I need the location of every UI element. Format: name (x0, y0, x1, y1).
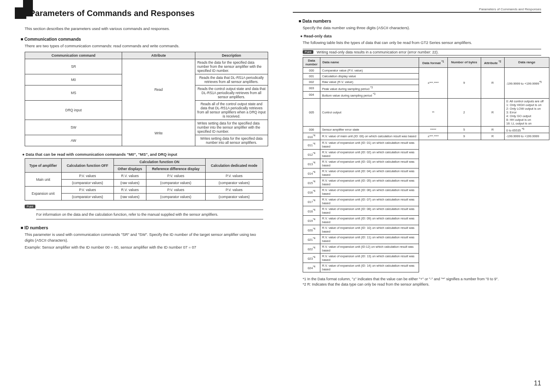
table-row: 000 Comparator value (P.V. value) ±***.*… (303, 67, 549, 73)
intro-text: This section describes the parameters us… (25, 26, 263, 31)
footnote-1: *1 In the Data format column, "±" indica… (303, 277, 541, 282)
point-note-text: Writing read-only data results in a comm… (317, 50, 438, 54)
header-tab (23, 0, 33, 16)
table-row: 013*4R.V. value of expansion unit (ID: 0… (303, 159, 549, 168)
amplifier-type-table: Type of amplifier Calculation function O… (25, 158, 263, 201)
table-row: 017*4R.V. value of expansion unit (ID: 0… (303, 196, 549, 206)
th-other: Other displays (114, 166, 146, 173)
table-row: 018*4R.V. value of expansion unit (ID: 0… (303, 206, 549, 215)
table-row: 016*4R.V. value of expansion unit (ID: 0… (303, 187, 549, 196)
th-command: Communication command (25, 52, 122, 59)
table-row: 015*4R.V. value of expansion unit (ID: 0… (303, 178, 549, 187)
comm-intro: There are two types of communication com… (25, 43, 263, 48)
th-range: Data range (505, 57, 549, 67)
table-row: 021*4R.V. value of expansion unit (ID: 1… (303, 234, 549, 244)
table-row: 011*4R.V. value of expansion unit (ID: 0… (303, 140, 549, 149)
data-number-table: Data number Data name Data format *1 Num… (303, 57, 549, 272)
th-calc-on: Calculation function ON (114, 159, 205, 166)
table-row: SW Write Writes setting data for the spe… (25, 120, 268, 135)
id-paragraph-2: Example: Sensor amplifier with the ID nu… (25, 244, 263, 250)
page-title: Parameters of Commands and Responses (30, 9, 195, 18)
table-row: 022*4R.V. value of expansion unit (ID:12… (303, 244, 549, 253)
th-data-format: Data format *1 (419, 57, 448, 67)
data-numbers-intro: Specify the data number using three digi… (303, 25, 541, 30)
table-row: 023*4R.V. value of expansion unit (ID: 1… (303, 253, 549, 263)
footnote-2: *2 R: Indicates that the data type can o… (303, 282, 541, 288)
communication-commands-table: Communication command Attribute Descript… (25, 52, 268, 146)
sub-read-only: Read-only data (300, 34, 541, 38)
point-note-row: Point Writing read-only data results in … (303, 49, 541, 55)
point-badge: Point (303, 50, 313, 54)
page-number: 11 (534, 380, 541, 387)
table-row: 014*4R.V. value of expansion unit (ID: 0… (303, 168, 549, 178)
th-reference: Reference difference display (146, 166, 206, 173)
section-data-numbers: Data numbers (299, 18, 541, 23)
table-row: 006 Sensor amplifier error state ***** 5… (303, 126, 549, 133)
th-attribute: Attribute (122, 52, 195, 59)
table-row: 010*4 R.V. value of main unit (ID: 00) o… (303, 133, 549, 140)
read-only-intro: The following table lists the types of d… (303, 40, 541, 45)
th-description: Description (195, 52, 268, 59)
point-note: For information on the data and the calc… (36, 210, 263, 219)
th-bytes: Number of bytes (447, 57, 481, 67)
table-row: 012*4R.V. value of expansion unit (ID: 0… (303, 149, 549, 159)
table-row: Expansion unit P.V. values R.V. values P… (25, 187, 263, 194)
table-row: 019*4R.V. value of expansion unit (ID: 0… (303, 215, 549, 225)
th-attribute: Attribute *2 (481, 57, 505, 67)
table-row: Main unit P.V. values R.V. values P.V. v… (25, 173, 263, 180)
point-badge: Point (25, 205, 35, 208)
table-row: 020*4R.V. value of expansion unit (ID: 1… (303, 225, 549, 234)
th-calc-off: Calculation function OFF (61, 159, 114, 173)
page-header-right: Parameters of Commands and Responses (293, 7, 541, 13)
id-paragraph-1: This parameter is used with communicatio… (25, 232, 263, 243)
table-row: SR Read Reads the data for the specified… (25, 59, 268, 74)
th-data-number: Data number (303, 57, 320, 67)
th-data-name: Data name (320, 57, 419, 67)
th-type: Type of amplifier (25, 159, 62, 173)
th-dedicated: Calculation dedicated mode (205, 159, 263, 173)
section-communication-commands: Communication commands (21, 37, 263, 42)
table-row: 005 Control output ** 2 R 0: All control… (303, 98, 549, 126)
sub-data-heading: Data that can be read with communication… (22, 152, 263, 157)
table-row: 024*4R.V. value of expansion unit (ID: 1… (303, 263, 549, 272)
section-id-numbers: ID numbers (21, 225, 263, 230)
